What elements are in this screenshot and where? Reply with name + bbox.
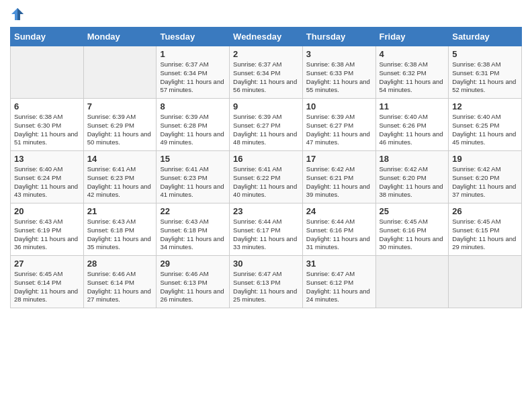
calendar-cell xyxy=(449,256,522,308)
calendar-cell: 5Sunrise: 6:38 AMSunset: 6:31 PMDaylight… xyxy=(449,46,522,99)
day-number: 25 xyxy=(380,206,445,216)
calendar-cell: 31Sunrise: 6:47 AMSunset: 6:12 PMDayligh… xyxy=(302,256,375,308)
day-info: Sunrise: 6:46 AMSunset: 6:14 PMDaylight:… xyxy=(87,270,153,304)
day-number: 11 xyxy=(380,101,445,111)
day-info: Sunrise: 6:42 AMSunset: 6:20 PMDaylight:… xyxy=(452,165,518,199)
calendar-cell: 28Sunrise: 6:46 AMSunset: 6:14 PMDayligh… xyxy=(83,256,157,308)
calendar-cell: 15Sunrise: 6:41 AMSunset: 6:23 PMDayligh… xyxy=(157,151,230,203)
calendar-header: Sunday Monday Tuesday Wednesday Thursday… xyxy=(11,28,522,46)
calendar-cell xyxy=(83,46,157,99)
col-friday: Friday xyxy=(375,28,449,46)
calendar-cell: 14Sunrise: 6:41 AMSunset: 6:23 PMDayligh… xyxy=(83,151,157,203)
day-info: Sunrise: 6:44 AMSunset: 6:17 PMDaylight:… xyxy=(233,218,299,252)
calendar-week-1: 1Sunrise: 6:37 AMSunset: 6:34 PMDaylight… xyxy=(11,46,522,99)
svg-marker-1 xyxy=(17,8,24,20)
calendar-cell: 13Sunrise: 6:40 AMSunset: 6:24 PMDayligh… xyxy=(11,151,84,203)
day-info: Sunrise: 6:41 AMSunset: 6:23 PMDaylight:… xyxy=(87,165,153,199)
day-info: Sunrise: 6:41 AMSunset: 6:23 PMDaylight:… xyxy=(160,165,226,199)
day-info: Sunrise: 6:39 AMSunset: 6:27 PMDaylight:… xyxy=(306,113,372,147)
logo[interactable] xyxy=(10,7,30,21)
calendar-cell: 26Sunrise: 6:45 AMSunset: 6:15 PMDayligh… xyxy=(449,203,522,256)
day-info: Sunrise: 6:37 AMSunset: 6:34 PMDaylight:… xyxy=(160,60,226,95)
day-info: Sunrise: 6:46 AMSunset: 6:13 PMDaylight:… xyxy=(160,270,226,304)
day-info: Sunrise: 6:43 AMSunset: 6:18 PMDaylight:… xyxy=(87,218,153,252)
calendar-cell: 18Sunrise: 6:42 AMSunset: 6:20 PMDayligh… xyxy=(375,151,449,203)
day-number: 8 xyxy=(160,101,226,111)
calendar-cell: 19Sunrise: 6:42 AMSunset: 6:20 PMDayligh… xyxy=(449,151,522,203)
day-info: Sunrise: 6:45 AMSunset: 6:16 PMDaylight:… xyxy=(380,218,445,252)
calendar-cell xyxy=(375,256,449,308)
calendar-cell: 2Sunrise: 6:37 AMSunset: 6:34 PMDaylight… xyxy=(230,46,303,99)
day-info: Sunrise: 6:38 AMSunset: 6:33 PMDaylight:… xyxy=(306,60,372,95)
day-number: 17 xyxy=(306,154,372,164)
col-tuesday: Tuesday xyxy=(157,28,230,46)
day-number: 23 xyxy=(233,206,299,216)
day-info: Sunrise: 6:42 AMSunset: 6:20 PMDaylight:… xyxy=(380,165,445,199)
day-info: Sunrise: 6:39 AMSunset: 6:28 PMDaylight:… xyxy=(160,113,226,147)
day-number: 27 xyxy=(14,259,80,269)
header-row: Sunday Monday Tuesday Wednesday Thursday… xyxy=(11,28,522,46)
day-number: 2 xyxy=(233,49,299,59)
calendar-cell: 23Sunrise: 6:44 AMSunset: 6:17 PMDayligh… xyxy=(230,203,303,256)
calendar-cell: 10Sunrise: 6:39 AMSunset: 6:27 PMDayligh… xyxy=(302,99,375,151)
day-number: 15 xyxy=(160,154,226,164)
day-info: Sunrise: 6:41 AMSunset: 6:22 PMDaylight:… xyxy=(233,165,299,199)
day-info: Sunrise: 6:40 AMSunset: 6:25 PMDaylight:… xyxy=(452,113,518,147)
calendar-cell: 6Sunrise: 6:38 AMSunset: 6:30 PMDaylight… xyxy=(11,99,84,151)
day-number: 24 xyxy=(306,206,372,216)
col-wednesday: Wednesday xyxy=(230,28,303,46)
day-number: 13 xyxy=(14,154,80,164)
calendar-cell: 3Sunrise: 6:38 AMSunset: 6:33 PMDaylight… xyxy=(302,46,375,99)
calendar-cell: 20Sunrise: 6:43 AMSunset: 6:19 PMDayligh… xyxy=(11,203,84,256)
day-info: Sunrise: 6:47 AMSunset: 6:13 PMDaylight:… xyxy=(233,270,299,304)
day-info: Sunrise: 6:39 AMSunset: 6:27 PMDaylight:… xyxy=(233,113,299,147)
day-number: 12 xyxy=(452,101,518,111)
calendar-table: Sunday Monday Tuesday Wednesday Thursday… xyxy=(10,27,522,308)
day-number: 1 xyxy=(160,49,226,59)
calendar-cell xyxy=(11,46,84,99)
day-info: Sunrise: 6:44 AMSunset: 6:16 PMDaylight:… xyxy=(306,218,372,252)
day-number: 19 xyxy=(452,154,518,164)
day-number: 18 xyxy=(380,154,445,164)
day-info: Sunrise: 6:38 AMSunset: 6:32 PMDaylight:… xyxy=(380,60,445,95)
page-header xyxy=(10,7,522,21)
day-number: 7 xyxy=(87,101,153,111)
calendar-cell: 22Sunrise: 6:43 AMSunset: 6:18 PMDayligh… xyxy=(157,203,230,256)
calendar-cell: 7Sunrise: 6:39 AMSunset: 6:29 PMDaylight… xyxy=(83,99,157,151)
day-number: 6 xyxy=(14,101,80,111)
day-info: Sunrise: 6:43 AMSunset: 6:19 PMDaylight:… xyxy=(14,218,80,252)
day-number: 30 xyxy=(233,259,299,269)
day-info: Sunrise: 6:47 AMSunset: 6:12 PMDaylight:… xyxy=(306,270,372,304)
calendar-week-2: 6Sunrise: 6:38 AMSunset: 6:30 PMDaylight… xyxy=(11,99,522,151)
calendar-cell: 27Sunrise: 6:45 AMSunset: 6:14 PMDayligh… xyxy=(11,256,84,308)
calendar-cell: 21Sunrise: 6:43 AMSunset: 6:18 PMDayligh… xyxy=(83,203,157,256)
logo-icon xyxy=(10,7,25,21)
day-number: 3 xyxy=(306,49,372,59)
day-info: Sunrise: 6:38 AMSunset: 6:30 PMDaylight:… xyxy=(14,113,80,147)
calendar-cell: 30Sunrise: 6:47 AMSunset: 6:13 PMDayligh… xyxy=(230,256,303,308)
day-number: 22 xyxy=(160,206,226,216)
day-number: 10 xyxy=(306,101,372,111)
calendar-week-3: 13Sunrise: 6:40 AMSunset: 6:24 PMDayligh… xyxy=(11,151,522,203)
day-number: 5 xyxy=(452,49,518,59)
calendar-week-5: 27Sunrise: 6:45 AMSunset: 6:14 PMDayligh… xyxy=(11,256,522,308)
calendar-cell: 24Sunrise: 6:44 AMSunset: 6:16 PMDayligh… xyxy=(302,203,375,256)
day-number: 14 xyxy=(87,154,153,164)
day-number: 26 xyxy=(452,206,518,216)
day-info: Sunrise: 6:45 AMSunset: 6:15 PMDaylight:… xyxy=(452,218,518,252)
day-number: 20 xyxy=(14,206,80,216)
day-number: 4 xyxy=(380,49,445,59)
day-info: Sunrise: 6:40 AMSunset: 6:26 PMDaylight:… xyxy=(380,113,445,147)
calendar-cell: 16Sunrise: 6:41 AMSunset: 6:22 PMDayligh… xyxy=(230,151,303,203)
day-info: Sunrise: 6:38 AMSunset: 6:31 PMDaylight:… xyxy=(452,60,518,95)
calendar-week-4: 20Sunrise: 6:43 AMSunset: 6:19 PMDayligh… xyxy=(11,203,522,256)
day-info: Sunrise: 6:42 AMSunset: 6:21 PMDaylight:… xyxy=(306,165,372,199)
day-number: 29 xyxy=(160,259,226,269)
col-sunday: Sunday xyxy=(11,28,84,46)
calendar-cell: 9Sunrise: 6:39 AMSunset: 6:27 PMDaylight… xyxy=(230,99,303,151)
calendar-page: Sunday Monday Tuesday Wednesday Thursday… xyxy=(0,0,532,411)
day-number: 16 xyxy=(233,154,299,164)
day-number: 28 xyxy=(87,259,153,269)
col-monday: Monday xyxy=(83,28,157,46)
day-number: 31 xyxy=(306,259,372,269)
